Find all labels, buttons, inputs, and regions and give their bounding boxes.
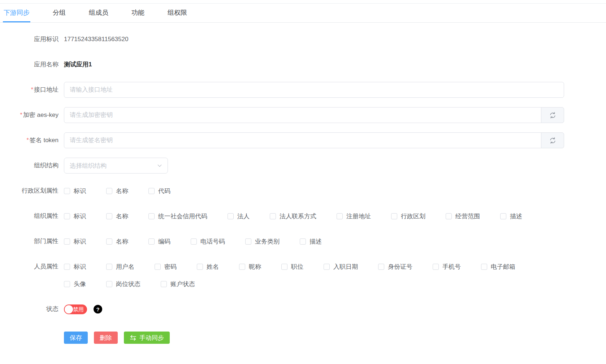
- checkbox-item[interactable]: 名称: [106, 212, 128, 220]
- checkbox-item[interactable]: 密码: [155, 263, 177, 271]
- checkbox[interactable]: [106, 213, 112, 219]
- checkbox-item[interactable]: 编码: [148, 237, 170, 246]
- status-row: 状态 禁用 ?: [0, 301, 606, 317]
- checkbox-item[interactable]: 标识: [64, 263, 86, 271]
- tab-downstream-sync[interactable]: 下游同步: [3, 4, 30, 22]
- checkbox-item[interactable]: 昵称: [239, 263, 261, 271]
- action-bar: 保存 删除 手动同步: [64, 332, 606, 351]
- manual-sync-button[interactable]: 手动同步: [124, 332, 170, 344]
- checkbox-item[interactable]: 电子邮箱: [481, 263, 515, 271]
- district-attrs-group: 标识 名称 代码: [64, 183, 564, 199]
- chevron-down-icon: [157, 163, 163, 168]
- checkbox[interactable]: [161, 281, 167, 287]
- checkbox[interactable]: [446, 213, 452, 219]
- checkbox[interactable]: [106, 238, 112, 245]
- app-id-label: 应用标识: [0, 31, 59, 47]
- checkbox-item[interactable]: 账户状态: [161, 280, 195, 288]
- checkbox-label: 标识: [74, 263, 86, 271]
- checkbox-item[interactable]: 法人: [228, 212, 250, 220]
- aes-key-refresh-button[interactable]: [541, 107, 564, 123]
- checkbox[interactable]: [64, 238, 70, 245]
- delete-button[interactable]: 删除: [94, 332, 118, 344]
- checkbox-item[interactable]: 注册地址: [337, 212, 371, 220]
- checkbox-item[interactable]: 标识: [64, 237, 86, 246]
- checkbox-item[interactable]: 入职日期: [324, 263, 358, 271]
- checkbox-item[interactable]: 描述: [300, 237, 322, 246]
- aes-key-input[interactable]: [64, 107, 541, 123]
- checkbox[interactable]: [148, 213, 155, 219]
- checkbox[interactable]: [270, 213, 276, 219]
- org-structure-select[interactable]: 选择组织结构: [64, 158, 168, 174]
- checkbox[interactable]: [64, 188, 70, 194]
- checkbox-item[interactable]: 标识: [64, 212, 86, 220]
- checkbox[interactable]: [64, 281, 70, 287]
- checkbox-item[interactable]: 统一社会信用代码: [148, 212, 207, 220]
- status-help-icon[interactable]: ?: [94, 305, 102, 313]
- checkbox[interactable]: [197, 264, 203, 270]
- checkbox-item[interactable]: 代码: [148, 187, 170, 195]
- checkbox[interactable]: [148, 188, 155, 194]
- downstream-sync-form: 应用标识 1771524335811563520 应用名称 测试应用1 *接口地…: [0, 23, 606, 317]
- api-url-input[interactable]: [64, 82, 564, 98]
- checkbox-item[interactable]: 描述: [500, 212, 522, 220]
- checkbox[interactable]: [378, 264, 384, 270]
- checkbox[interactable]: [106, 188, 112, 194]
- checkbox[interactable]: [324, 264, 330, 270]
- checkbox[interactable]: [281, 264, 287, 270]
- checkbox[interactable]: [106, 281, 112, 287]
- checkbox-item[interactable]: 头像: [64, 280, 86, 288]
- checkbox-item[interactable]: 用户名: [106, 263, 134, 271]
- checkbox-label: 名称: [116, 237, 128, 246]
- checkbox-item[interactable]: 手机号: [433, 263, 461, 271]
- refresh-icon: [549, 111, 557, 119]
- tab-functions[interactable]: 功能: [131, 4, 145, 22]
- sign-token-input[interactable]: [64, 132, 541, 148]
- checkbox-label: 手机号: [442, 263, 461, 271]
- checkbox[interactable]: [106, 264, 112, 270]
- checkbox-label: 经营范围: [455, 212, 480, 220]
- checkbox-item[interactable]: 行政区划: [391, 212, 425, 220]
- checkbox[interactable]: [64, 213, 70, 219]
- status-toggle[interactable]: 禁用: [64, 304, 87, 314]
- checkbox[interactable]: [239, 264, 245, 270]
- checkbox-label: 身份证号: [388, 263, 412, 271]
- checkbox[interactable]: [391, 213, 397, 219]
- checkbox-item[interactable]: 电话号码: [191, 237, 225, 246]
- checkbox-item[interactable]: 身份证号: [378, 263, 412, 271]
- checkbox[interactable]: [245, 238, 251, 245]
- save-button[interactable]: 保存: [64, 332, 88, 344]
- checkbox-item[interactable]: 名称: [106, 187, 128, 195]
- checkbox[interactable]: [64, 264, 70, 270]
- checkbox-label: 标识: [74, 237, 86, 246]
- checkbox-label: 编码: [158, 237, 170, 246]
- checkbox-label: 姓名: [207, 263, 219, 271]
- checkbox[interactable]: [228, 213, 234, 219]
- org-structure-row: 组织结构 选择组织结构: [0, 158, 606, 174]
- tab-group-members[interactable]: 组成员: [88, 4, 109, 22]
- checkbox-label: 入职日期: [333, 263, 358, 271]
- checkbox-item[interactable]: 职位: [281, 263, 303, 271]
- checkbox-item[interactable]: 名称: [106, 237, 128, 246]
- checkbox[interactable]: [481, 264, 487, 270]
- checkbox[interactable]: [433, 264, 439, 270]
- checkbox-item[interactable]: 姓名: [197, 263, 219, 271]
- checkbox[interactable]: [191, 238, 197, 245]
- checkbox-item[interactable]: 标识: [64, 187, 86, 195]
- checkbox-item[interactable]: 法人联系方式: [270, 212, 316, 220]
- dept-attrs-group: 标识 名称 编码 电话号码 业务类别 描述: [64, 233, 564, 249]
- tab-group[interactable]: 分组: [52, 4, 66, 22]
- checkbox-item[interactable]: 岗位状态: [106, 280, 140, 288]
- checkbox[interactable]: [148, 238, 155, 245]
- checkbox[interactable]: [300, 238, 306, 245]
- checkbox-label: 注册地址: [346, 212, 371, 220]
- checkbox[interactable]: [500, 213, 506, 219]
- checkbox[interactable]: [155, 264, 161, 270]
- checkbox-item[interactable]: 经营范围: [446, 212, 480, 220]
- checkbox-item[interactable]: 业务类别: [245, 237, 280, 246]
- sync-arrows-icon: [130, 335, 137, 341]
- checkbox-label: 名称: [116, 212, 128, 220]
- sign-token-refresh-button[interactable]: [541, 132, 564, 148]
- checkbox[interactable]: [337, 213, 343, 219]
- district-attrs-label: 行政区划属性: [0, 183, 59, 199]
- tab-group-permissions[interactable]: 组权限: [167, 4, 188, 22]
